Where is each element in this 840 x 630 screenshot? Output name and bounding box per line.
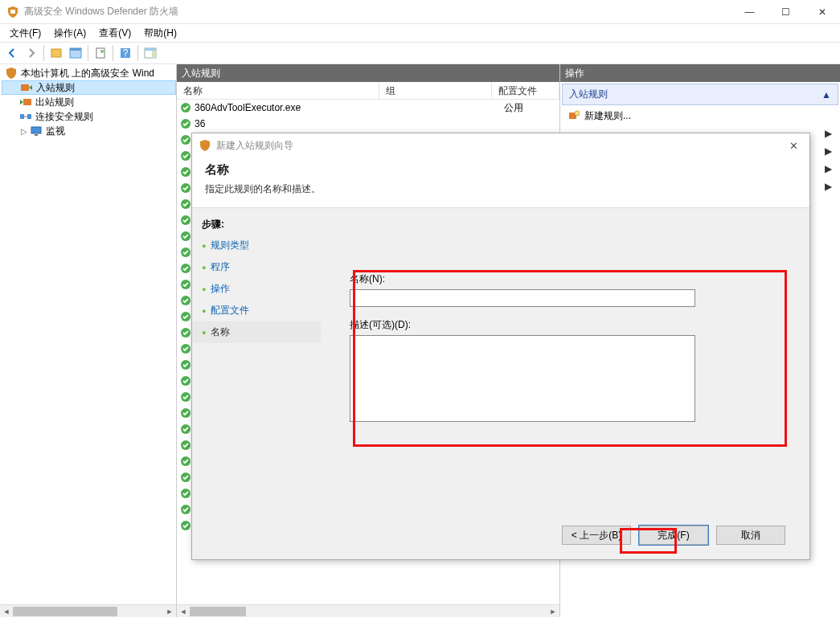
allow-icon — [180, 391, 191, 403]
dialog-subheading: 指定此规则的名称和描述。 — [205, 182, 797, 196]
scroll-right-arrow[interactable]: ► — [547, 605, 559, 618]
svg-point-44 — [575, 111, 580, 116]
toolbar-help-icon[interactable]: ? — [117, 44, 134, 62]
step-name[interactable]: ●名称 — [192, 321, 321, 343]
allow-icon — [180, 215, 191, 226]
separator — [43, 45, 44, 61]
maximize-button[interactable]: ☐ — [768, 0, 804, 24]
allow-icon — [180, 504, 191, 515]
steps-label: 步骤: — [192, 215, 321, 235]
actions-subheader-label: 入站规则 — [569, 88, 608, 101]
actions-header: 操作 — [560, 64, 840, 82]
allow-icon — [180, 327, 191, 338]
wizard-steps: 步骤: ●规则类型 ●程序 ●操作 ●配置文件 ●名称 — [192, 208, 321, 559]
menu-view[interactable]: 查看(V) — [92, 25, 137, 42]
title-bar: 高级安全 Windows Defender 防火墙 — ☐ ✕ — [0, 0, 840, 24]
cell-profile: 公用 — [504, 101, 552, 115]
tree-root-label: 本地计算机 上的高级安全 Wind — [21, 67, 154, 80]
center-hscrollbar[interactable]: ◄ ► — [177, 604, 559, 617]
allow-icon — [180, 520, 191, 531]
name-label: 名称(N): — [350, 272, 781, 286]
toolbar-pane-icon[interactable] — [141, 44, 159, 62]
tree-outbound-rules[interactable]: 出站规则 — [2, 95, 176, 109]
svg-rect-3 — [70, 48, 81, 51]
allow-icon — [180, 359, 191, 370]
expand-icon[interactable]: ▷ — [19, 127, 28, 136]
step-action[interactable]: ●操作 — [192, 278, 321, 300]
dialog-content: 名称(N): 描述(可选)(D): < 上一步(B) 完成(F) 取消 — [321, 208, 809, 559]
allow-icon — [180, 407, 191, 419]
finish-button[interactable]: 完成(F) — [639, 526, 708, 545]
tree-connection-security[interactable]: 连接安全规则 — [2, 109, 176, 124]
col-profile[interactable]: 配置文件 — [492, 82, 559, 99]
list-header: 名称 组 配置文件 — [177, 82, 559, 100]
allow-icon — [180, 198, 191, 210]
dialog-close-button[interactable]: ✕ — [784, 140, 803, 152]
monitor-icon — [30, 125, 43, 137]
svg-rect-11 — [23, 99, 31, 105]
action-label: 新建规则... — [584, 109, 631, 123]
toolbar-export-icon[interactable] — [92, 44, 109, 62]
bullet-icon: ● — [202, 307, 206, 315]
allow-icon — [180, 231, 191, 242]
tree-monitor[interactable]: ▷ 监视 — [2, 124, 176, 138]
toolbar-panel-icon[interactable] — [67, 44, 84, 62]
scroll-left-arrow[interactable]: ◄ — [177, 605, 190, 618]
table-row[interactable]: 360AdvToolExecutor.exe公用 — [177, 100, 559, 116]
step-rule-type[interactable]: ●规则类型 — [192, 235, 321, 256]
cell-name: 360AdvToolExecutor.exe — [195, 102, 391, 113]
tree-root[interactable]: 本地计算机 上的高级安全 Wind — [2, 66, 176, 80]
actions-subheader[interactable]: 入站规则 ▲ — [562, 84, 838, 105]
col-name[interactable]: 名称 — [177, 82, 379, 99]
bullet-icon: ● — [202, 285, 206, 293]
outbound-icon — [19, 96, 32, 108]
cancel-button[interactable]: 取消 — [716, 526, 785, 545]
collapse-icon[interactable]: ▲ — [822, 89, 831, 100]
cell-name: 36 — [195, 118, 391, 129]
scroll-right-arrow[interactable]: ► — [163, 605, 176, 617]
svg-rect-15 — [35, 134, 38, 136]
bullet-icon: ● — [202, 329, 206, 337]
minimize-button[interactable]: — — [731, 0, 768, 24]
tree-inbound-rules[interactable]: 入站规则 — [2, 80, 176, 95]
allow-icon — [180, 279, 191, 290]
description-input[interactable] — [350, 335, 695, 422]
dialog-header: 名称 指定此规则的名称和描述。 — [192, 158, 809, 207]
separator — [113, 45, 113, 61]
col-group[interactable]: 组 — [379, 82, 492, 99]
menu-action[interactable]: 操作(A) — [47, 25, 92, 42]
allow-icon — [180, 150, 191, 162]
left-hscrollbar[interactable]: ◄ ► — [0, 604, 176, 617]
step-program[interactable]: ●程序 — [192, 256, 321, 278]
allow-icon — [180, 440, 191, 451]
svg-rect-12 — [20, 114, 24, 119]
step-label: 操作 — [211, 282, 230, 296]
back-button[interactable] — [3, 44, 21, 62]
name-input[interactable] — [350, 289, 695, 307]
table-row[interactable]: 36 — [177, 116, 559, 132]
menu-file[interactable]: 文件(F) — [3, 25, 47, 42]
svg-rect-4 — [96, 48, 104, 58]
dialog-title: 新建入站规则向导 — [216, 139, 784, 153]
close-button[interactable]: ✕ — [804, 0, 840, 24]
allow-icon — [180, 375, 191, 387]
shield-icon — [5, 67, 18, 80]
menu-help[interactable]: 帮助(H) — [137, 25, 183, 42]
scroll-left-arrow[interactable]: ◄ — [0, 605, 13, 617]
svg-rect-1 — [51, 49, 61, 57]
step-label: 名称 — [211, 325, 230, 339]
action-new-rule[interactable]: 新建规则... — [560, 107, 840, 125]
tree-item-label: 出站规则 — [35, 96, 74, 109]
scroll-thumb[interactable] — [13, 607, 117, 616]
dialog-icon — [199, 139, 211, 152]
allow-icon — [180, 134, 191, 145]
allow-icon — [180, 263, 191, 274]
toolbar-action-icon[interactable] — [47, 44, 65, 62]
allow-icon — [180, 182, 191, 194]
tree-item-label: 连接安全规则 — [35, 110, 93, 124]
back-button[interactable]: < 上一步(B) — [562, 526, 631, 545]
step-profile[interactable]: ●配置文件 — [192, 300, 321, 321]
forward-button[interactable] — [23, 44, 40, 62]
scroll-thumb[interactable] — [190, 607, 246, 616]
allow-icon — [180, 472, 191, 483]
